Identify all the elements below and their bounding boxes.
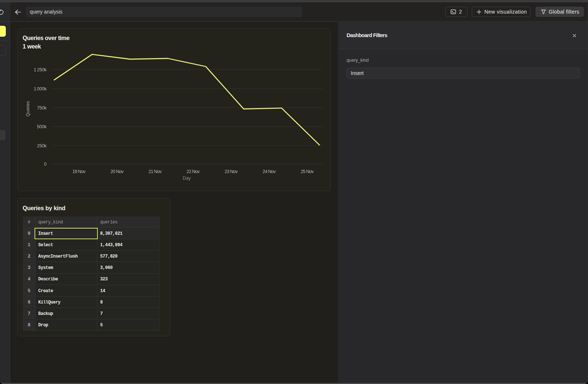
svg-text:750k: 750k bbox=[37, 105, 47, 111]
svg-text:Day: Day bbox=[182, 176, 191, 181]
svg-text:250k: 250k bbox=[37, 143, 47, 148]
svg-text:1 250k: 1 250k bbox=[33, 67, 47, 72]
svg-text:25 Nov: 25 Nov bbox=[300, 169, 314, 174]
svg-text:19 Nov: 19 Nov bbox=[72, 169, 86, 174]
svg-text:0: 0 bbox=[44, 162, 46, 167]
svg-text:21 Nov: 21 Nov bbox=[148, 169, 162, 174]
svg-text:23 Nov: 23 Nov bbox=[224, 169, 238, 174]
svg-text:Queries: Queries bbox=[25, 101, 30, 116]
svg-text:1 000k: 1 000k bbox=[33, 86, 47, 91]
svg-text:500k: 500k bbox=[37, 124, 47, 129]
svg-text:22 Nov: 22 Nov bbox=[186, 169, 200, 174]
svg-text:20 Nov: 20 Nov bbox=[110, 169, 124, 174]
svg-text:24 Nov: 24 Nov bbox=[262, 169, 276, 174]
